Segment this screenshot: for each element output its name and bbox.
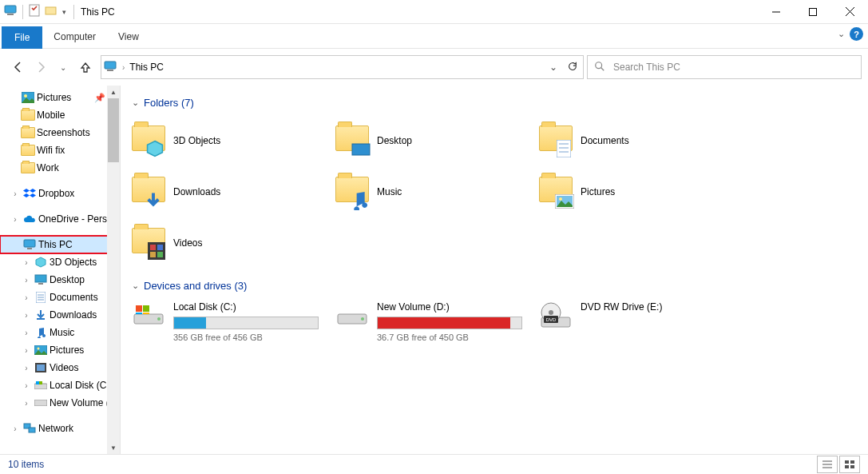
svg-rect-48 bbox=[143, 305, 149, 312]
expand-icon[interactable]: › bbox=[10, 215, 21, 224]
refresh-button[interactable] bbox=[567, 61, 578, 74]
expand-icon[interactable]: › bbox=[21, 329, 32, 337]
group-title: Devices and drives (3) bbox=[144, 280, 247, 292]
qat-new-folder-icon[interactable] bbox=[44, 3, 58, 20]
sidebar-item-documents[interactable]: ›Documents bbox=[0, 289, 120, 306]
collapse-icon[interactable]: ⌄ bbox=[132, 98, 139, 108]
drive-icon bbox=[132, 300, 165, 330]
view-details-button[interactable] bbox=[817, 456, 838, 473]
sidebar-item-dropbox[interactable]: ›Dropbox bbox=[0, 185, 120, 202]
qat-properties-icon[interactable] bbox=[28, 3, 42, 20]
sidebar-item-music[interactable]: ›Music bbox=[0, 324, 120, 341]
scroll-down-icon[interactable]: ▼ bbox=[107, 441, 120, 454]
search-input[interactable] bbox=[612, 61, 854, 74]
folder-downloads[interactable]: Downloads bbox=[132, 166, 335, 217]
close-button[interactable] bbox=[831, 0, 868, 23]
svg-rect-25 bbox=[37, 364, 45, 371]
chevron-right-icon: › bbox=[122, 63, 125, 72]
expand-icon[interactable]: › bbox=[21, 311, 32, 320]
search-box[interactable] bbox=[587, 55, 862, 79]
drive-dvd-rw-e[interactable]: DVD DVD RW Drive (E:) bbox=[539, 298, 743, 344]
expand-icon[interactable]: › bbox=[10, 189, 21, 198]
sidebar-item-work[interactable]: Work bbox=[0, 159, 120, 177]
sidebar-item-wififix[interactable]: Wifi fix bbox=[0, 141, 120, 159]
tab-computer[interactable]: Computer bbox=[42, 26, 107, 48]
maximize-button[interactable] bbox=[795, 0, 831, 23]
sidebar-item-network[interactable]: ›Network bbox=[0, 420, 120, 437]
collapse-icon[interactable]: ⌄ bbox=[132, 281, 139, 291]
drive-icon bbox=[34, 378, 48, 392]
3d-objects-icon bbox=[34, 255, 48, 269]
up-button[interactable] bbox=[77, 58, 94, 76]
folder-label: Downloads bbox=[173, 186, 220, 197]
search-icon bbox=[594, 61, 605, 74]
expand-icon[interactable]: › bbox=[21, 346, 32, 355]
expand-icon[interactable]: › bbox=[21, 293, 32, 302]
folder-icon bbox=[21, 125, 35, 140]
folder-pictures[interactable]: Pictures bbox=[539, 166, 743, 217]
sidebar-item-screenshots[interactable]: Screenshots bbox=[0, 124, 120, 141]
sidebar-item-desktop[interactable]: ›Desktop bbox=[0, 271, 120, 289]
desktop-icon bbox=[34, 273, 48, 287]
sidebar-item-3d-objects[interactable]: ›3D Objects bbox=[0, 253, 120, 271]
folder-label: 3D Objects bbox=[173, 135, 220, 146]
sidebar-item-pictures[interactable]: Pictures 📌 bbox=[0, 89, 120, 106]
sidebar-item-onedrive[interactable]: ›OneDrive - Person bbox=[0, 210, 120, 228]
help-icon[interactable]: ? bbox=[850, 27, 863, 41]
expand-icon[interactable]: › bbox=[21, 381, 32, 390]
folder-icon bbox=[21, 143, 35, 157]
group-header-drives[interactable]: ⌄ Devices and drives (3) bbox=[132, 280, 857, 292]
folder-label: Music bbox=[377, 186, 402, 197]
svg-rect-31 bbox=[29, 428, 35, 432]
address-bar[interactable]: › This PC ⌄ bbox=[101, 55, 584, 79]
expand-icon[interactable]: › bbox=[21, 276, 32, 285]
sidebar-item-mobile[interactable]: Mobile bbox=[0, 106, 120, 124]
tab-view[interactable]: View bbox=[107, 26, 150, 48]
videos-icon bbox=[34, 360, 48, 375]
drive-free-text: 36.7 GB free of 450 GB bbox=[377, 333, 539, 342]
sidebar-item-videos[interactable]: ›Videos bbox=[0, 359, 120, 376]
drive-new-volume-d[interactable]: New Volume (D:) 36.7 GB free of 450 GB bbox=[335, 298, 539, 344]
expand-icon[interactable]: › bbox=[10, 424, 21, 433]
svg-rect-42 bbox=[157, 245, 163, 250]
sidebar-item-new-volume[interactable]: ›New Volume (D: bbox=[0, 394, 120, 412]
expand-icon[interactable]: › bbox=[21, 399, 32, 408]
this-pc-icon bbox=[22, 237, 37, 252]
scroll-up-icon[interactable]: ▲ bbox=[107, 86, 120, 98]
svg-point-55 bbox=[549, 310, 553, 315]
folder-documents[interactable]: Documents bbox=[539, 115, 743, 166]
group-header-folders[interactable]: ⌄ Folders (7) bbox=[132, 97, 857, 109]
sidebar-item-local-disk[interactable]: ›Local Disk (C:) bbox=[0, 376, 120, 394]
folder-desktop[interactable]: Desktop bbox=[335, 115, 539, 166]
minimize-button[interactable] bbox=[758, 0, 795, 23]
svg-point-39 bbox=[559, 197, 562, 201]
folder-music[interactable]: Music bbox=[335, 166, 539, 217]
expand-icon[interactable]: › bbox=[21, 258, 32, 267]
sidebar-item-downloads[interactable]: ›Downloads bbox=[0, 306, 120, 324]
view-large-icons-button[interactable] bbox=[839, 456, 860, 473]
sidebar-item-this-pc[interactable]: This PC bbox=[0, 236, 120, 253]
drive-free-text: 356 GB free of 456 GB bbox=[173, 333, 335, 342]
drive-local-disk-c[interactable]: Local Disk (C:) 356 GB free of 456 GB bbox=[132, 298, 335, 344]
svg-rect-8 bbox=[105, 62, 116, 69]
address-dropdown-icon[interactable]: ⌄ bbox=[549, 62, 557, 73]
expand-icon[interactable]: › bbox=[21, 364, 32, 372]
this-pc-small-icon bbox=[3, 3, 18, 20]
back-button[interactable] bbox=[10, 58, 27, 76]
recent-locations-button[interactable]: ⌄ bbox=[54, 58, 72, 76]
qat-dropdown-icon[interactable]: ▾ bbox=[60, 8, 69, 16]
tree-label: Downloads bbox=[50, 309, 97, 321]
scroll-thumb[interactable] bbox=[108, 98, 119, 162]
ribbon-expand-icon[interactable]: ⌄ bbox=[838, 29, 845, 39]
sidebar-item-pictures-pc[interactable]: ›Pictures bbox=[0, 341, 120, 359]
svg-text:DVD: DVD bbox=[546, 317, 557, 322]
sidebar-scrollbar[interactable]: ▲ ▼ bbox=[107, 86, 120, 454]
svg-rect-27 bbox=[36, 381, 39, 384]
drive-name: DVD RW Drive (E:) bbox=[581, 301, 743, 313]
folder-3d-objects[interactable]: 3D Objects bbox=[132, 115, 335, 166]
tab-file[interactable]: File bbox=[2, 26, 42, 49]
dropbox-icon bbox=[22, 186, 37, 201]
forward-button[interactable] bbox=[32, 58, 50, 76]
status-item-count: 10 items bbox=[8, 459, 44, 470]
folder-videos[interactable]: Videos bbox=[132, 217, 335, 269]
